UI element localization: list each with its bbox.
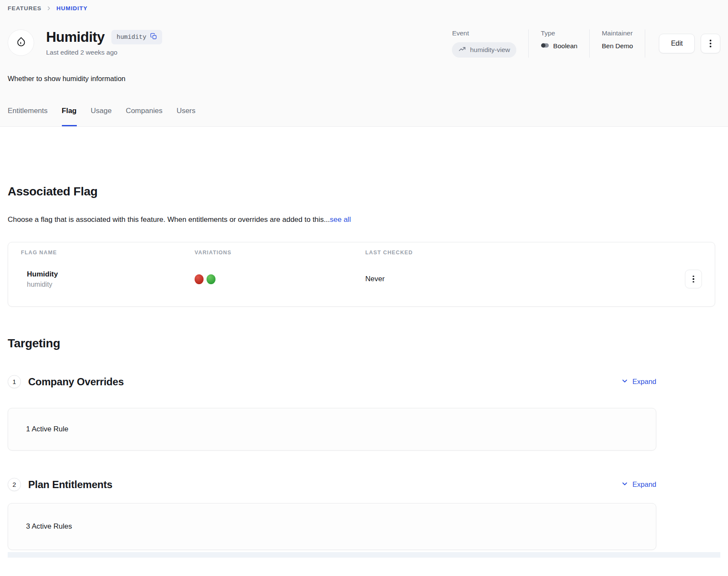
plan-entitlements-summary-card[interactable]: 3 Active Rules: [8, 503, 656, 550]
company-overrides-row: 1 Company Overrides Expand: [8, 375, 656, 388]
table-header-row: FLAG NAME VARIATIONS LAST CHECKED: [21, 250, 702, 256]
tab-users[interactable]: Users: [177, 107, 195, 126]
active-rule-count: 3 Active Rules: [26, 522, 72, 531]
header-actions: Edit: [659, 29, 720, 58]
flag-name-cell: Humidity humidity: [21, 270, 195, 288]
see-all-link[interactable]: see all: [330, 215, 351, 224]
step-number-badge: 2: [8, 478, 21, 491]
type-label: Type: [541, 29, 577, 37]
flag-name: Humidity: [27, 270, 195, 279]
feature-description: Whether to show humidity information: [8, 75, 720, 83]
variations-cell: [195, 274, 365, 284]
event-value: humidity-view: [470, 46, 510, 54]
company-overrides-summary-card[interactable]: 1 Active Rule: [8, 408, 656, 451]
tab-bar: Entitlements Flag Usage Companies Users: [8, 107, 720, 126]
event-pill[interactable]: humidity-view: [452, 42, 516, 58]
column-variations: VARIATIONS: [195, 250, 365, 256]
edit-button[interactable]: Edit: [659, 34, 695, 53]
breadcrumb-features-link[interactable]: FEATURES: [8, 5, 41, 12]
maintainer-value: Ben Demo: [602, 42, 633, 50]
page-title: Humidity: [46, 29, 105, 45]
tab-entitlements[interactable]: Entitlements: [8, 107, 48, 126]
chevron-down-icon: [621, 480, 629, 489]
plan-entitlements-title: Plan Entitlements: [28, 479, 112, 491]
step-number-badge: 1: [8, 375, 21, 388]
variation-off-dot: [195, 274, 204, 284]
meta-type: Type Boolean: [529, 29, 589, 58]
event-label: Event: [452, 29, 516, 37]
flag-tab-content: Associated Flag Choose a flag that is as…: [0, 127, 728, 558]
targeting-heading: Targeting: [8, 337, 720, 350]
plan-entitlements-expand-link[interactable]: Expand: [621, 480, 656, 489]
table-row: Humidity humidity Never: [21, 270, 702, 288]
meta-maintainer: Maintainer Ben Demo: [590, 29, 645, 58]
feature-title-row: Humidity humidity Last edited 2 weeks ag…: [8, 29, 720, 58]
column-last-checked: LAST CHECKED: [365, 250, 682, 256]
feature-meta: Event humidity-view Type: [440, 29, 720, 58]
column-flag-name: FLAG NAME: [21, 250, 195, 256]
tab-companies[interactable]: Companies: [126, 107, 163, 126]
flag-key: humidity: [27, 281, 195, 288]
breadcrumb: FEATURES HUMIDITY: [8, 5, 720, 12]
tab-usage[interactable]: Usage: [91, 107, 112, 126]
toggle-icon: [541, 42, 549, 50]
meta-event: Event humidity-view: [440, 29, 528, 58]
maintainer-label: Maintainer: [602, 29, 633, 37]
copy-icon[interactable]: [150, 33, 157, 41]
targeting-section: 1 Company Overrides Expand 1 Active Rule…: [8, 375, 656, 550]
type-value: Boolean: [553, 42, 577, 50]
chevron-right-icon: [47, 6, 51, 11]
variation-on-dot: [207, 274, 215, 284]
feature-key-text: humidity: [116, 34, 146, 41]
more-actions-button[interactable]: [701, 34, 720, 53]
associated-flag-table: FLAG NAME VARIATIONS LAST CHECKED Humidi…: [8, 242, 715, 307]
feature-detail-page: FEATURES HUMIDITY Humidity hum: [0, 0, 728, 576]
company-overrides-title: Company Overrides: [28, 376, 124, 388]
kebab-icon: [710, 40, 711, 41]
chevron-down-icon: [621, 377, 629, 387]
feature-title-block: Humidity humidity Last edited 2 weeks ag…: [46, 29, 162, 56]
kebab-icon: [693, 276, 694, 277]
divider: [645, 29, 645, 58]
flag-row-menu-button[interactable]: [685, 270, 702, 288]
associated-flag-heading: Associated Flag: [8, 127, 720, 198]
trending-up-icon: [458, 45, 466, 55]
plan-entitlements-row: 2 Plan Entitlements Expand: [8, 478, 656, 491]
associated-flag-description: Choose a flag that is associated with th…: [8, 215, 720, 224]
last-checked-value: Never: [365, 275, 682, 283]
bottom-strip: [8, 552, 720, 558]
last-edited-text: Last edited 2 weeks ago: [46, 49, 162, 56]
breadcrumb-current: HUMIDITY: [56, 5, 87, 12]
feature-key-badge: humidity: [111, 30, 162, 44]
tab-flag[interactable]: Flag: [62, 107, 77, 126]
active-rule-count: 1 Active Rule: [26, 425, 68, 433]
feature-header: FEATURES HUMIDITY Humidity hum: [0, 0, 728, 127]
company-overrides-expand-link[interactable]: Expand: [621, 377, 656, 387]
droplet-icon: [15, 36, 27, 49]
feature-avatar: [8, 29, 34, 56]
